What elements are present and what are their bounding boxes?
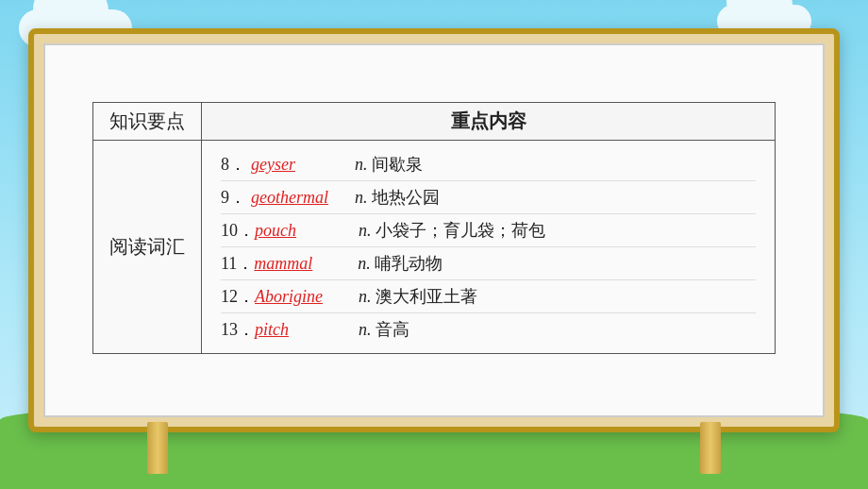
entry-pos: n.	[355, 188, 368, 208]
entry-pos: n.	[359, 221, 372, 241]
list-item: 11．mammaln.哺乳动物	[221, 247, 756, 280]
entry-pos: n.	[355, 155, 368, 175]
list-item: 12．Aboriginen.澳大利亚土著	[221, 280, 756, 313]
entry-word: pouch	[255, 221, 359, 241]
leg-left	[147, 422, 168, 474]
entry-number: 11．	[221, 252, 254, 275]
entry-word: geyser	[251, 155, 355, 175]
entry-meaning: 小袋子；育儿袋；荷包	[376, 219, 545, 242]
board-inner: 知识要点 重点内容 阅读词汇 8．geysern.间歇泉9．geothermal…	[43, 43, 825, 417]
entry-number: 9．	[221, 186, 251, 209]
entry-meaning: 地热公园	[372, 186, 440, 209]
list-item: 13．pitchn.音高	[221, 313, 756, 346]
board-frame: 知识要点 重点内容 阅读词汇 8．geysern.间歇泉9．geothermal…	[28, 28, 840, 432]
list-item: 9．geothermaln.地热公园	[221, 181, 756, 214]
entry-word: geothermal	[251, 188, 355, 208]
entry-meaning: 音高	[376, 318, 409, 341]
entry-word: Aborigine	[255, 287, 359, 307]
entry-number: 13．	[221, 318, 255, 341]
entry-meaning: 间歇泉	[372, 153, 423, 176]
entry-pos: n.	[359, 287, 372, 307]
entry-meaning: 澳大利亚土著	[376, 285, 477, 308]
header-col2: 重点内容	[202, 103, 776, 141]
entry-pos: n.	[358, 254, 371, 274]
table-container: 知识要点 重点内容 阅读词汇 8．geysern.间歇泉9．geothermal…	[92, 102, 776, 345]
entry-word: mammal	[254, 254, 358, 274]
entry-number: 8．	[221, 153, 251, 176]
entry-word: pitch	[255, 320, 359, 340]
row-label: 阅读词汇	[93, 141, 202, 354]
entry-pos: n.	[359, 320, 372, 340]
entries-cell: 8．geysern.间歇泉9．geothermaln.地热公园10．pouchn…	[202, 141, 776, 354]
list-item: 8．geysern.间歇泉	[221, 148, 756, 181]
list-item: 10．pouchn.小袋子；育儿袋；荷包	[221, 214, 756, 247]
leg-right	[700, 422, 721, 474]
header-col1: 知识要点	[93, 103, 202, 141]
table-row: 阅读词汇 8．geysern.间歇泉9．geothermaln.地热公园10．p…	[93, 141, 776, 354]
content-table: 知识要点 重点内容 阅读词汇 8．geysern.间歇泉9．geothermal…	[92, 102, 776, 354]
entry-number: 12．	[221, 285, 255, 308]
ground	[0, 423, 868, 489]
entry-number: 10．	[221, 219, 255, 242]
entry-meaning: 哺乳动物	[375, 252, 442, 275]
